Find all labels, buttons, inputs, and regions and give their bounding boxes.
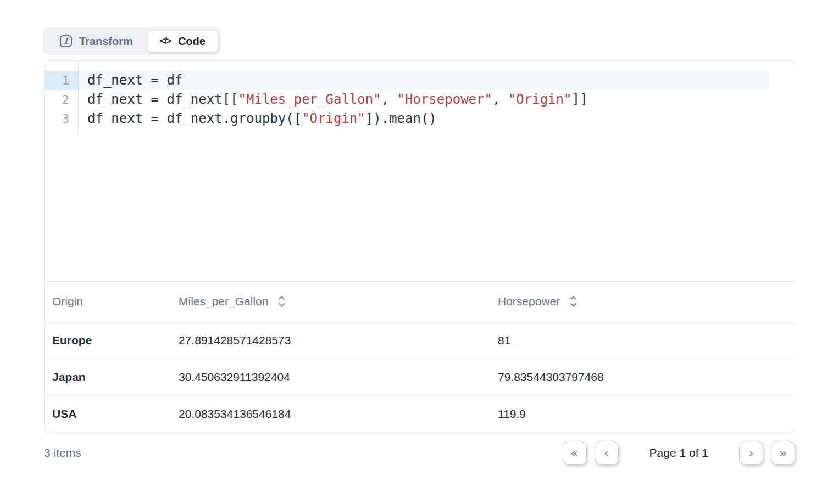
code-editor[interactable]: 1df_next = df2df_next = df_next[["Miles_… [45, 61, 795, 282]
sort-icon[interactable] [569, 295, 577, 307]
cell-miles-per-gallon: 20.083534136546184 [171, 395, 490, 432]
sort-icon[interactable] [277, 295, 286, 307]
next-page-icon: › [748, 447, 753, 460]
page-indicator: Page 1 of 1 [649, 446, 708, 460]
table-row: Europe27.89142857142857381 [45, 322, 795, 359]
code-lines: 1df_next = df2df_next = df_next[["Miles_… [45, 71, 795, 128]
code-text[interactable]: df_next = df_next[["Miles_per_Gallon", "… [78, 90, 769, 109]
code-text[interactable]: df_next = df_next.groupby(["Origin"]).me… [78, 109, 769, 128]
gutter-divider [78, 61, 79, 133]
last-page-button[interactable]: » [771, 441, 795, 465]
column-header-label: Miles_per_Gallon [179, 295, 268, 308]
cell-horsepower: 81 [490, 322, 795, 359]
cell-origin: Europe [45, 322, 171, 359]
pagination: « ‹ Page 1 of 1 › » [563, 441, 795, 465]
next-page-button[interactable]: › [739, 441, 763, 465]
tab-transform[interactable]: f Transform [46, 30, 147, 52]
column-header-miles-per-gallon[interactable]: Miles_per_Gallon [171, 282, 490, 322]
first-page-icon: « [571, 447, 579, 460]
column-header-label: Origin [52, 295, 83, 308]
tab-transform-label: Transform [79, 35, 133, 48]
cell-origin: Japan [45, 359, 171, 395]
cell-miles-per-gallon: 27.891428571428573 [171, 322, 490, 359]
cell-origin: USA [45, 395, 171, 432]
line-number: 1 [45, 71, 78, 90]
column-header-label: Horsepower [498, 295, 560, 308]
code-line[interactable]: 3df_next = df_next.groupby(["Origin"]).m… [45, 109, 795, 128]
first-page-button[interactable]: « [563, 441, 587, 465]
cell-horsepower: 79.83544303797468 [490, 359, 795, 395]
table-row: USA20.083534136546184119.9 [45, 395, 795, 432]
column-header-origin: Origin [45, 282, 171, 322]
table-body: Europe27.89142857142857381Japan30.450632… [45, 322, 795, 432]
line-number: 2 [45, 90, 78, 109]
cell-miles-per-gallon: 30.450632911392404 [171, 359, 490, 395]
previous-page-button[interactable]: ‹ [595, 441, 619, 465]
line-number: 3 [45, 109, 78, 128]
tab-code-label: Code [178, 35, 206, 48]
table-footer: 3 items « ‹ Page 1 of 1 › » [44, 439, 795, 467]
code-icon: </> [160, 36, 171, 47]
item-count: 3 items [44, 446, 81, 460]
main-panel: 1df_next = df2df_next = df_next[["Miles_… [44, 60, 795, 433]
table-row: Japan30.45063291139240479.83544303797468 [45, 359, 795, 395]
result-table: Origin Miles_per_Gallon [45, 282, 795, 432]
last-page-icon: » [779, 447, 787, 460]
code-text[interactable]: df_next = df [78, 71, 769, 90]
cell-horsepower: 119.9 [490, 395, 795, 432]
table-header-row: Origin Miles_per_Gallon [45, 282, 795, 322]
view-toggle: f Transform </> Code [43, 27, 221, 55]
column-header-horsepower[interactable]: Horsepower [490, 282, 795, 322]
function-icon: f [60, 35, 72, 47]
code-line[interactable]: 1df_next = df [45, 71, 795, 90]
code-line[interactable]: 2df_next = df_next[["Miles_per_Gallon", … [45, 90, 795, 109]
previous-page-icon: ‹ [604, 447, 609, 460]
tab-code[interactable]: </> Code [147, 30, 218, 52]
